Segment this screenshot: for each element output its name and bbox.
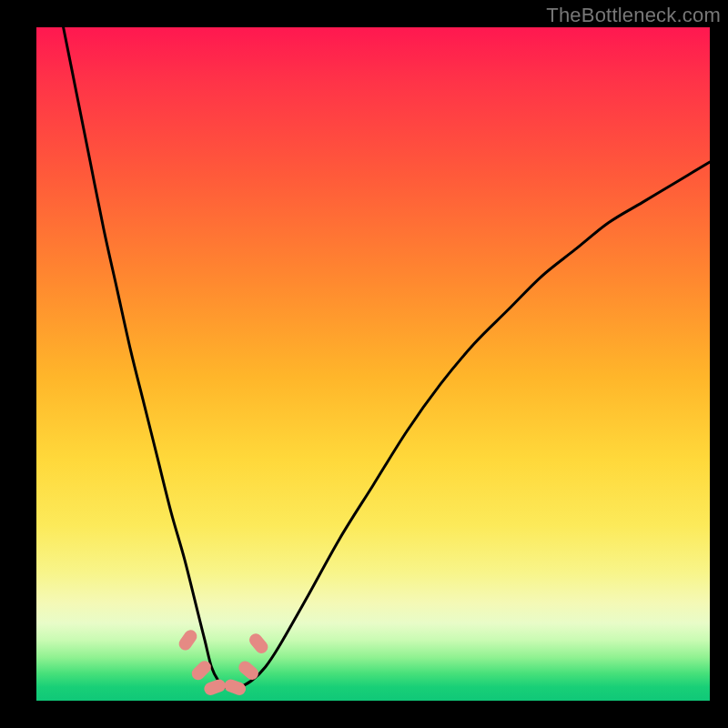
watermark-text: TheBottleneck.com bbox=[546, 4, 721, 27]
chart-plot-area bbox=[36, 27, 710, 701]
bottleneck-chart bbox=[36, 27, 710, 701]
curve-marker bbox=[223, 678, 248, 697]
curve-markers bbox=[177, 628, 270, 697]
curve-marker bbox=[177, 628, 199, 653]
bottleneck-curve bbox=[64, 27, 710, 688]
curve-marker bbox=[202, 678, 227, 697]
curve-marker bbox=[247, 631, 270, 655]
chart-frame: TheBottleneck.com bbox=[0, 0, 728, 728]
curve-marker bbox=[236, 659, 260, 682]
